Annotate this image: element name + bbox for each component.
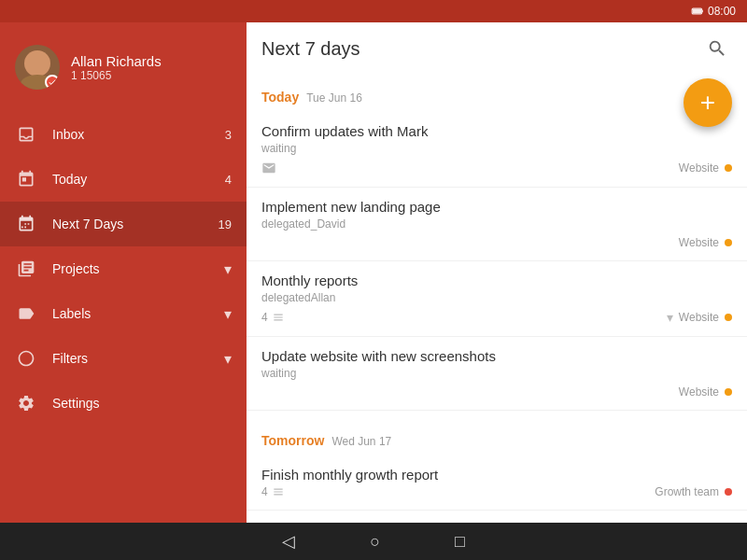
inbox-label: Inbox	[52, 127, 225, 142]
add-task-fab[interactable]: +	[684, 78, 732, 127]
task-meta: delegated_David	[261, 217, 732, 231]
labels-chevron: ▾	[224, 305, 232, 323]
user-info: Allan Richards 1 15065	[71, 53, 162, 82]
today-label: Today	[52, 172, 225, 187]
task-project-label: Website	[679, 385, 732, 399]
sidebar-item-settings[interactable]: Settings	[0, 381, 247, 426]
sidebar-item-inbox[interactable]: Inbox 3	[0, 112, 247, 157]
project-name: Growth team	[655, 485, 719, 498]
status-bar: 08:00	[0, 0, 747, 22]
project-name: Website	[679, 161, 719, 175]
task-project-label: Website	[679, 236, 732, 249]
projects-chevron: ▾	[224, 260, 232, 278]
task-item[interactable]: Monthly reports delegatedAllan 4 ▾ Websi…	[247, 261, 747, 337]
settings-label: Settings	[52, 396, 232, 411]
back-button[interactable]: ◁	[282, 531, 295, 552]
home-button[interactable]: ○	[370, 532, 380, 552]
content-title: Next 7 days	[261, 38, 360, 60]
task-item[interactable]: Finish monthly growth report 4 Growth te…	[247, 455, 747, 511]
check-badge	[45, 75, 60, 90]
subtask-icon	[272, 311, 285, 324]
task-meta: waiting	[261, 367, 732, 380]
status-icons	[691, 5, 704, 18]
task-name: Monthly reports	[261, 273, 732, 288]
project-dot	[725, 164, 732, 172]
tomorrow-section-header: Tomorrow Wed Jun 17	[247, 418, 747, 455]
today-icon	[15, 168, 37, 190]
projects-icon	[15, 258, 37, 280]
user-profile: Allan Richards 1 15065	[0, 34, 247, 112]
sidebar-item-labels[interactable]: Labels ▾	[0, 291, 247, 336]
time-display: 08:00	[708, 5, 736, 18]
task-name: Finish monthly growth report	[261, 467, 732, 483]
sidebar-item-projects[interactable]: Projects ▾	[0, 246, 247, 291]
today-label: Today	[261, 90, 299, 105]
bottom-navigation: ◁ ○ □	[0, 523, 747, 560]
today-date: Tue Jun 16	[306, 91, 362, 105]
inbox-icon	[15, 123, 37, 146]
avatar	[15, 45, 60, 90]
sidebar: Allan Richards 1 15065 Inbox 3 Today 4	[0, 22, 247, 523]
battery-icon	[691, 5, 704, 18]
notification-bell[interactable]	[715, 52, 736, 77]
sidebar-item-filters[interactable]: Filters ▾	[0, 336, 247, 381]
task-project-label: Website	[679, 161, 732, 175]
today-section-header: Today Tue Jun 16	[247, 75, 747, 112]
user-name: Allan Richards	[71, 53, 162, 69]
content-panel: Next 7 days Today Tue Jun 16 Confirm upd…	[247, 22, 747, 523]
task-footer: 4 Growth team	[261, 485, 732, 498]
task-item[interactable]: Confirm updates with Mark waiting Websit…	[247, 112, 747, 188]
task-item[interactable]: Update website with new screenshots wait…	[247, 337, 747, 411]
sidebar-item-today[interactable]: Today 4	[0, 157, 247, 202]
user-id: 1 15065	[71, 69, 162, 82]
tomorrow-date: Wed Jun 17	[331, 435, 391, 448]
task-meta: waiting	[261, 142, 732, 155]
project-name: Website	[679, 236, 719, 249]
task-meta: delegatedAllan	[261, 291, 732, 304]
task-list: Today Tue Jun 16 Confirm updates with Ma…	[247, 75, 747, 523]
project-name: Website	[679, 385, 719, 399]
filters-chevron: ▾	[224, 350, 232, 368]
filters-label: Filters	[52, 351, 224, 366]
project-dot	[725, 488, 732, 496]
svg-rect-2	[693, 9, 701, 14]
task-name: Update website with new screenshots	[261, 348, 732, 364]
svg-rect-1	[702, 10, 703, 12]
email-icon	[261, 161, 276, 175]
task-footer: Website	[261, 236, 732, 249]
task-footer: Website	[261, 385, 732, 399]
task-item[interactable]: Implement new landing page delegated_Dav…	[247, 188, 747, 261]
task-name: Confirm updates with Mark	[261, 123, 732, 139]
count-number: 4	[261, 311, 268, 324]
projects-label: Projects	[52, 261, 224, 276]
task-footer: Website	[261, 161, 732, 175]
content-header: Next 7 days	[247, 22, 747, 75]
next7days-badge: 19	[218, 217, 232, 231]
labels-icon	[15, 302, 37, 325]
subtask-icon	[272, 485, 285, 498]
task-project-label: Growth team	[655, 485, 732, 498]
recent-button[interactable]: □	[455, 532, 465, 552]
task-count: 4	[261, 311, 285, 324]
count-number: 4	[261, 485, 268, 498]
tomorrow-label: Tomorrow	[261, 433, 324, 448]
next7days-label: Next 7 Days	[52, 217, 218, 231]
task-icons	[261, 161, 276, 175]
settings-icon	[15, 392, 37, 414]
project-dot	[725, 314, 732, 321]
filters-icon	[15, 347, 37, 370]
labels-label: Labels	[52, 306, 224, 321]
main-layout: Allan Richards 1 15065 Inbox 3 Today 4	[0, 22, 747, 523]
project-name: Website	[679, 311, 719, 324]
sidebar-item-next7days[interactable]: Next 7 Days 19	[0, 202, 247, 246]
project-dot	[725, 388, 732, 396]
today-badge: 4	[225, 173, 232, 187]
task-footer: 4 ▾ Website	[261, 310, 732, 325]
task-project-label: ▾ Website	[667, 310, 732, 325]
task-count: 4	[261, 485, 285, 498]
task-name: Implement new landing page	[261, 199, 732, 215]
inbox-badge: 3	[225, 128, 232, 142]
expand-chevron: ▾	[667, 310, 673, 325]
project-dot	[725, 239, 732, 246]
next7days-icon	[15, 213, 37, 235]
